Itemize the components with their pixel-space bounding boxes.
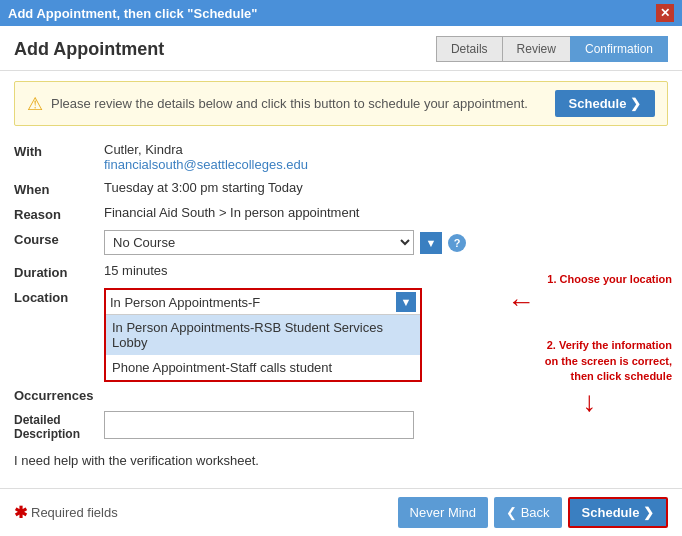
close-button[interactable]: ✕: [656, 4, 674, 22]
location-dropdown-container: ▼ In Person Appointments-RSB Student Ser…: [104, 288, 422, 382]
annotation-1-text: 1. Choose your location: [547, 272, 672, 286]
back-button[interactable]: ❮ Back: [494, 497, 562, 528]
course-label: Course: [14, 230, 104, 247]
steps-nav: Details Review Confirmation: [436, 36, 668, 62]
with-value: Cutler, Kindra financialsouth@seattlecol…: [104, 142, 668, 172]
page-title: Add Appointment: [14, 39, 164, 60]
course-help-icon[interactable]: ?: [448, 234, 466, 252]
location-dropdown-box: ▼ In Person Appointments-RSB Student Ser…: [104, 288, 422, 382]
email-link[interactable]: financialsouth@seattlecolleges.edu: [104, 157, 308, 172]
step-details[interactable]: Details: [436, 36, 502, 62]
required-text: Required fields: [31, 505, 118, 520]
annotation-2-text: 2. Verify the information on the screen …: [545, 338, 672, 384]
when-row: When Tuesday at 3:00 pm starting Today: [14, 180, 668, 197]
with-row: With Cutler, Kindra financialsouth@seatt…: [14, 142, 668, 172]
description-text-display: I need help with the verification worksh…: [0, 449, 682, 468]
location-option-rsb[interactable]: In Person Appointments-RSB Student Servi…: [106, 315, 420, 355]
arrow-left-1: ←: [507, 286, 535, 317]
required-note: ✱ Required fields: [14, 503, 118, 522]
annotation-area: 1. Choose your location ← 2. Verify the …: [507, 272, 672, 416]
reason-value: Financial Aid South > In person appointm…: [104, 205, 668, 220]
reason-label: Reason: [14, 205, 104, 222]
footer-buttons: Never Mind ❮ Back Schedule ❯: [398, 497, 668, 528]
occurrences-label: Occurrences: [14, 386, 104, 403]
page-header: Add Appointment Details Review Confirmat…: [0, 26, 682, 71]
description-textarea[interactable]: [104, 411, 414, 439]
when-label: When: [14, 180, 104, 197]
title-bar-text: Add Appointment, then click "Schedule": [8, 6, 257, 21]
title-bar: Add Appointment, then click "Schedule" ✕: [0, 0, 682, 26]
course-input-row: No Course ▼ ?: [104, 230, 466, 255]
schedule-button-top[interactable]: Schedule ❯: [555, 90, 655, 117]
required-star: ✱: [14, 503, 27, 522]
warning-icon: ⚠: [27, 93, 43, 115]
arrow-down-1: ↓: [583, 386, 597, 417]
with-email: financialsouth@seattlecolleges.edu: [104, 157, 668, 172]
course-dropdown-btn[interactable]: ▼: [420, 232, 442, 254]
reason-row: Reason Financial Aid South > In person a…: [14, 205, 668, 222]
location-option-phone[interactable]: Phone Appointment-Staff calls student: [106, 355, 420, 380]
alert-bar: ⚠ Please review the details below and cl…: [14, 81, 668, 126]
course-row: Course No Course ▼ ?: [14, 230, 668, 255]
location-label: Location: [14, 288, 104, 305]
location-header-row: ▼: [106, 290, 420, 315]
detailed-desc-label: Detailed Description: [14, 411, 104, 441]
alert-message: Please review the details below and clic…: [51, 96, 528, 111]
alert-text: ⚠ Please review the details below and cl…: [27, 93, 528, 115]
step-review[interactable]: Review: [502, 36, 570, 62]
step-confirmation[interactable]: Confirmation: [570, 36, 668, 62]
with-label: With: [14, 142, 104, 159]
location-dropdown-btn[interactable]: ▼: [396, 292, 416, 312]
never-mind-button[interactable]: Never Mind: [398, 497, 488, 528]
duration-label: Duration: [14, 263, 104, 280]
footer: ✱ Required fields Never Mind ❮ Back Sche…: [0, 488, 682, 536]
with-name: Cutler, Kindra: [104, 142, 668, 157]
schedule-button-bottom[interactable]: Schedule ❯: [568, 497, 668, 528]
course-select[interactable]: No Course: [104, 230, 414, 255]
when-value: Tuesday at 3:00 pm starting Today: [104, 180, 668, 195]
location-input[interactable]: [110, 295, 396, 310]
